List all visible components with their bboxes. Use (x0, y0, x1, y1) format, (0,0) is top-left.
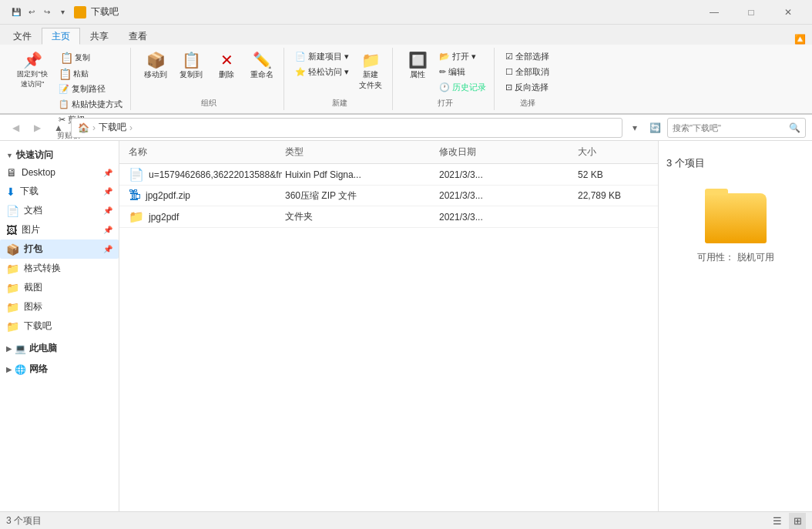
move-to-btn[interactable]: 📦 移动到 (139, 49, 173, 83)
invert-icon: ⊡ (505, 82, 512, 92)
organize-label: 组织 (201, 95, 216, 109)
select-all-btn[interactable]: ☑ 全部选择 (502, 49, 552, 64)
file-area: 名称 类型 修改日期 大小 📄 u=1579462686,36222013588… (119, 141, 658, 511)
maximize-btn[interactable]: □ (733, 0, 769, 25)
clipboard-col: 📋 复制 📋 粘贴 📝 复制路径 📋 粘贴快捷方式 (55, 49, 126, 127)
copy-btn[interactable]: 📋 复制 (55, 49, 126, 66)
file-row-0[interactable]: 📄 u=1579462686,36222013588&fm=26&... Hui… (119, 164, 658, 186)
up-btn[interactable]: ▲ (49, 119, 68, 137)
properties-label: 属性 (410, 69, 425, 80)
paste-shortcut-btn[interactable]: 📋 粘贴快捷方式 (55, 97, 126, 112)
file-name-2: 📁 jpg2pdf (126, 209, 282, 225)
col-type[interactable]: 类型 (282, 144, 436, 160)
col-date[interactable]: 修改日期 (436, 144, 575, 160)
file-row-2[interactable]: 📁 jpg2pdf 文件夹 2021/3/3... (119, 206, 658, 228)
new-item-label: 新建项目 ▾ (308, 51, 349, 62)
rename-btn[interactable]: ✏️ 重命名 (245, 49, 279, 83)
status-right: ☰ ⊞ (769, 513, 806, 530)
copy-path-icon: 📝 (59, 84, 69, 94)
pack-icon: 📦 (6, 243, 19, 256)
xiazai-label: 下载吧 (24, 320, 52, 333)
tab-share[interactable]: 共享 (80, 28, 119, 45)
sidebar-item-download[interactable]: ⬇ 下载 📌 (0, 182, 119, 201)
dropdown-btn[interactable]: ▾ (626, 119, 644, 137)
tab-view[interactable]: 查看 (119, 28, 157, 45)
col-name[interactable]: 名称 (126, 144, 282, 160)
quick-access-header[interactable]: ▼ 快速访问 (0, 144, 119, 163)
rename-label: 重命名 (250, 69, 273, 80)
paste-btn[interactable]: 📋 粘贴 (55, 67, 126, 81)
preview-folder-icon (705, 193, 767, 243)
properties-btn[interactable]: 🔲 属性 (401, 49, 435, 83)
open-icon: 📂 (439, 52, 450, 62)
qa-undo-btn[interactable]: ↩ (25, 5, 39, 19)
history-btn[interactable]: 🕐 历史记录 (436, 80, 489, 95)
file-type-1: 360压缩 ZIP 文件 (282, 189, 436, 203)
pin-quick-access-btn[interactable]: 📌 固定到"快速访问" (11, 49, 54, 92)
sidebar-item-desktop[interactable]: 🖥 Desktop 📌 (0, 163, 119, 182)
help-btn[interactable]: 🔼 (794, 34, 806, 45)
easy-access-btn[interactable]: ⭐ 轻松访问 ▾ (292, 65, 352, 79)
file-size-0: 52 KB (575, 169, 652, 181)
copy-to-btn[interactable]: 📋 复制到 (174, 49, 208, 83)
sidebar-item-screenshot[interactable]: 📁 截图 (0, 278, 119, 297)
desktop-icon: 🖥 (6, 166, 17, 179)
easy-access-label: 轻松访问 ▾ (308, 66, 349, 78)
edit-btn[interactable]: ✏ 编辑 (436, 65, 489, 79)
select-col: ☑ 全部选择 ☐ 全部取消 ⊡ 反向选择 (502, 49, 552, 95)
invert-select-btn[interactable]: ⊡ 反向选择 (502, 80, 552, 95)
view-list-btn[interactable]: ☰ (769, 513, 786, 530)
edit-icon: ✏ (439, 67, 446, 77)
sidebar-item-xiazai[interactable]: 📁 下载吧 (0, 316, 119, 336)
new-item-btn[interactable]: 📄 新建项目 ▾ (292, 49, 352, 64)
new-label: 新建 (332, 95, 347, 109)
tab-file[interactable]: 文件 (3, 28, 42, 45)
new-folder-btn[interactable]: 📁 新建文件夹 (354, 49, 388, 94)
file-name-0: 📄 u=1579462686,36222013588&fm=26&... (126, 166, 282, 182)
file-type-0: Huixin Pdf Signa... (282, 169, 436, 181)
file-row-1[interactable]: 🗜 jpg2pdf.zip 360压缩 ZIP 文件 2021/3/3... 2… (119, 186, 658, 206)
qa-redo-btn[interactable]: ↪ (40, 5, 54, 19)
select-none-btn[interactable]: ☐ 全部取消 (502, 65, 552, 79)
delete-btn[interactable]: ✕ 删除 (210, 49, 243, 83)
forward-btn[interactable]: ▶ (28, 119, 46, 137)
back-btn[interactable]: ◀ (6, 119, 25, 137)
minimize-btn[interactable]: — (696, 0, 732, 25)
pictures-label: 图片 (22, 223, 40, 236)
rename-icon: ✏️ (253, 52, 272, 68)
search-input[interactable] (673, 123, 786, 132)
preview-availability: 可用性： 脱机可用 (697, 251, 774, 264)
sidebar-item-pictures[interactable]: 🖼 图片 📌 (0, 220, 119, 239)
address-bar[interactable]: 🏠 › 下载吧 › (71, 118, 622, 138)
network-header[interactable]: ▶ 🌐 网络 (0, 358, 119, 377)
breadcrumb: 🏠 › 下载吧 › (78, 121, 133, 134)
qa-save-btn[interactable]: 💾 (9, 5, 23, 19)
convert-label: 格式转换 (24, 262, 61, 275)
refresh-btn[interactable]: 🔄 (646, 119, 664, 137)
download-pin: 📌 (103, 187, 112, 196)
preview-count: 3 个项目 (666, 156, 705, 170)
pin-label: 固定到"快速访问" (15, 69, 49, 89)
desktop-label: Desktop (22, 167, 55, 178)
tab-home[interactable]: 主页 (42, 28, 80, 45)
sidebar-item-convert[interactable]: 📁 格式转换 (0, 259, 119, 278)
copyto-icon: 📋 (182, 52, 201, 68)
open-btn[interactable]: 📂 打开 ▾ (436, 49, 489, 64)
this-pc-header[interactable]: ▶ 💻 此电脑 (0, 337, 119, 357)
close-btn[interactable]: ✕ (770, 0, 806, 25)
download-label: 下载 (20, 185, 39, 198)
sidebar-item-docs[interactable]: 📄 文档 📌 (0, 201, 119, 220)
organize-inner: 📦 移动到 📋 复制到 ✕ 删除 ✏️ 重命名 (139, 49, 279, 95)
copy-path-btn[interactable]: 📝 复制路径 (55, 82, 126, 96)
sidebar-item-pack[interactable]: 📦 打包 📌 (0, 239, 119, 259)
copy-icon: 📋 (60, 52, 73, 63)
view-grid-btn[interactable]: ⊞ (789, 513, 806, 530)
col-size[interactable]: 大小 (575, 144, 652, 160)
search-bar: 🔍 (667, 118, 806, 138)
qa-more-btn[interactable]: ▾ (55, 5, 69, 19)
file-icon-0: 📄 (129, 167, 144, 182)
open-inner: 🔲 属性 📂 打开 ▾ ✏ 编辑 🕐 历史记录 (401, 49, 489, 95)
sidebar-item-icons[interactable]: 📁 图标 (0, 297, 119, 316)
breadcrumb-item: 下载吧 (99, 121, 126, 134)
invert-label: 反向选择 (515, 82, 549, 93)
